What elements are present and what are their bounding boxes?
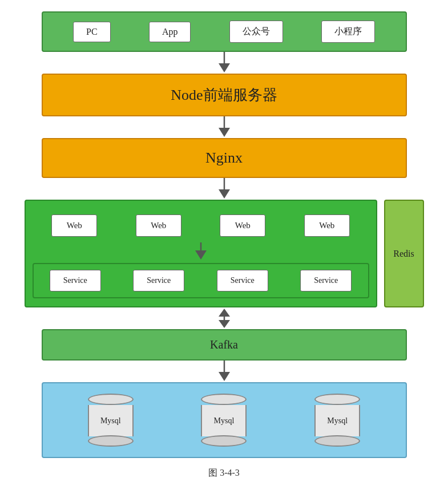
- node-server-row: Node前端服务器: [25, 74, 424, 116]
- mysql-1-bottom: [88, 435, 134, 447]
- service-box-4: Service: [300, 270, 352, 291]
- mysql-1-body: Mysql: [88, 405, 134, 436]
- kafka-label: Kafka: [210, 338, 238, 351]
- node-server-label: Node前端服务器: [171, 85, 277, 105]
- kafka: Kafka: [42, 329, 407, 361]
- services-redis-area: Web Web Web Web Service Service Service …: [25, 200, 424, 307]
- web-box-3: Web: [220, 214, 265, 237]
- nginx-row-container: Nginx: [25, 138, 424, 178]
- svg-marker-10: [219, 320, 230, 328]
- web-box-1: Web: [51, 214, 97, 237]
- mysql-3: Mysql: [314, 394, 360, 447]
- service-box-2: Service: [133, 270, 184, 291]
- web-box-2: Web: [136, 214, 181, 237]
- mysql-1-top: [88, 394, 134, 405]
- arrow-services-to-kafka: [42, 307, 407, 329]
- web-boxes-row: Web Web Web Web: [33, 209, 369, 242]
- caption: 图 3-4-3: [208, 467, 240, 479]
- mysql-2-top: [201, 394, 247, 405]
- svg-marker-1: [219, 63, 230, 72]
- redis-label: Redis: [393, 249, 414, 259]
- service-boxes-row: Service Service Service Service: [33, 263, 369, 298]
- mysql-2-bottom: [201, 435, 247, 447]
- client-wechat: 公众号: [229, 21, 283, 43]
- client-tier: PC App 公众号 小程序: [42, 11, 407, 52]
- arrow-web-to-service: [33, 242, 369, 261]
- mysql-tier: Mysql Mysql Mysql: [42, 382, 407, 458]
- mysql-1: Mysql: [88, 394, 134, 447]
- redis: Redis: [384, 200, 424, 307]
- arrow-kafka-to-mysql: [42, 361, 407, 382]
- service-box-3: Service: [217, 270, 268, 291]
- nginx-label: Nginx: [205, 149, 243, 167]
- client-miniprogram: 小程序: [321, 21, 375, 43]
- client-pc: PC: [73, 22, 111, 42]
- svg-marker-9: [219, 309, 230, 317]
- svg-marker-7: [195, 250, 207, 260]
- mysql-3-top: [314, 394, 360, 405]
- mysql-2-body: Mysql: [201, 405, 247, 436]
- svg-marker-5: [219, 189, 230, 199]
- diagram-container: PC App 公众号 小程序 Node前端服务器 Nginx: [19, 0, 430, 486]
- mysql-2: Mysql: [201, 394, 247, 447]
- client-app: App: [149, 22, 191, 42]
- arrow-node-to-nginx: [42, 116, 407, 138]
- client-row: PC App 公众号 小程序: [25, 11, 424, 52]
- services-main-area: Web Web Web Web Service Service Service …: [25, 200, 377, 307]
- mysql-row-container: Mysql Mysql Mysql: [25, 382, 424, 458]
- arrow-nginx-to-services: [42, 178, 407, 200]
- web-box-4: Web: [304, 214, 350, 237]
- mysql-3-body: Mysql: [314, 405, 360, 436]
- service-box-1: Service: [50, 270, 101, 291]
- nginx: Nginx: [42, 138, 407, 178]
- kafka-row-container: Kafka: [25, 329, 424, 361]
- node-server: Node前端服务器: [42, 74, 407, 116]
- svg-marker-12: [219, 372, 230, 381]
- mysql-3-bottom: [314, 435, 360, 447]
- svg-marker-3: [219, 128, 230, 137]
- arrow-clients-to-node: [42, 52, 407, 74]
